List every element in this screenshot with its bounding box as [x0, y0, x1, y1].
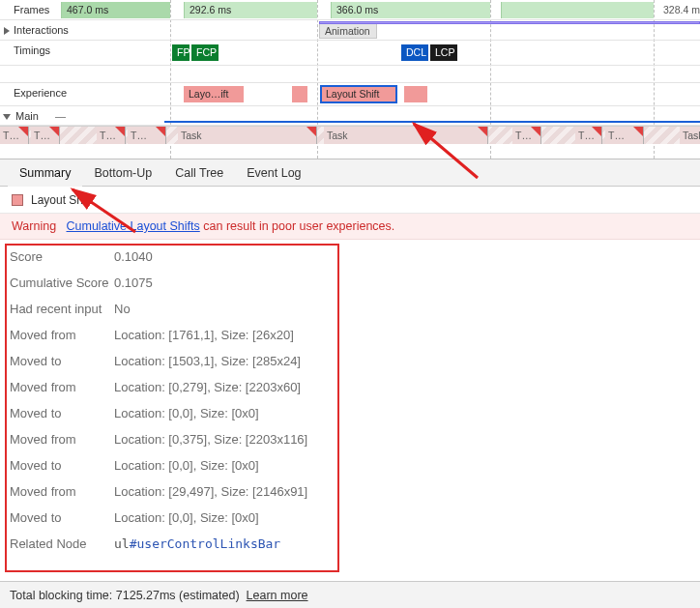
tab-bottom-up[interactable]: Bottom-Up: [82, 159, 163, 187]
task-chip[interactable]: T…: [605, 127, 644, 144]
warning-link[interactable]: Cumulative Layout Shifts: [67, 219, 200, 233]
detail-value: Location: [0,0], Size: [0x0]: [114, 458, 338, 473]
detail-key: Had recent input: [10, 302, 104, 316]
detail-value: 0.1040: [114, 249, 338, 264]
track-label: Timings: [14, 44, 50, 56]
task-chip[interactable]: T…: [512, 127, 541, 144]
selection-marker: [164, 121, 700, 123]
detail-value: 0.1075: [114, 275, 338, 290]
layout-shift-chip[interactable]: [404, 86, 427, 102]
task-chip[interactable]: T…: [97, 127, 126, 144]
task-chip[interactable]: Task: [178, 127, 317, 144]
track-main[interactable]: Main —: [0, 106, 700, 126]
tab-summary[interactable]: Summary: [8, 159, 82, 187]
layout-shift-chip-selected[interactable]: Layout Shift: [321, 86, 396, 102]
track-label: Experience: [14, 87, 67, 99]
main-dash: —: [55, 110, 66, 122]
frame-chip[interactable]: 292.6 ms: [184, 2, 317, 18]
track-spacer: [0, 66, 700, 83]
detail-value: Location: [0,0], Size: [0x0]: [114, 510, 338, 525]
task-chip[interactable]: T…: [128, 127, 166, 144]
details-panel: Score0.1040Cumulative Score0.1075Had rec…: [0, 240, 700, 551]
expand-icon[interactable]: [4, 27, 10, 35]
detail-value: Location: [0,279], Size: [2203x60]: [114, 380, 338, 394]
frame-chip[interactable]: 328.4 ms: [658, 2, 700, 18]
track-label: Interactions: [14, 24, 69, 36]
task-chip[interactable]: Task: [324, 127, 488, 144]
track-frames[interactable]: Frames 467.0 ms 292.6 ms 366.0 ms 328.4 …: [0, 0, 700, 20]
track-experience[interactable]: Experience Layo…ift Layout Shift: [0, 83, 700, 106]
flamechart[interactable]: Frames 467.0 ms 292.6 ms 366.0 ms 328.4 …: [0, 0, 700, 159]
detail-key: Moved to: [10, 458, 104, 473]
detail-value: Location: [0,375], Size: [2203x116]: [114, 432, 338, 447]
detail-key: Moved to: [10, 354, 104, 368]
detail-key: Score: [10, 249, 104, 264]
status-text: Total blocking time: 7125.27ms (estimate…: [10, 589, 240, 602]
detail-key: Related Node: [10, 536, 104, 551]
status-link[interactable]: Learn more: [247, 589, 308, 602]
summary-title: Layout Shift: [0, 187, 700, 214]
timing-dcl[interactable]: DCL: [401, 44, 428, 61]
detail-key: Cumulative Score: [10, 275, 104, 290]
detail-key: Moved from: [10, 328, 104, 342]
tab-event-log[interactable]: Event Log: [235, 159, 312, 187]
related-node[interactable]: ul#userControlLinksBar: [114, 536, 338, 551]
color-swatch: [12, 194, 23, 206]
detail-key: Moved to: [10, 510, 104, 525]
detail-value: Location: [0,0], Size: [0x0]: [114, 406, 338, 420]
task-track[interactable]: T… T… T… T… Task Task T… T… T… Task: [0, 126, 700, 144]
detail-key: Moved from: [10, 484, 104, 499]
layout-shift-chip[interactable]: Layo…ift: [184, 86, 244, 102]
detail-value: Location: [1503,1], Size: [285x24]: [114, 354, 338, 368]
track-label: Main: [15, 110, 39, 122]
detail-key: Moved to: [10, 406, 104, 420]
timing-lcp[interactable]: LCP: [430, 44, 457, 61]
detail-value: Location: [29,497], Size: [2146x91]: [114, 484, 338, 499]
warning-tail: can result in poor user experiences.: [200, 219, 395, 233]
details-tabs: Summary Bottom-Up Call Tree Event Log: [0, 159, 700, 187]
detail-key: Moved from: [10, 380, 104, 394]
interaction-span[interactable]: [319, 21, 700, 24]
frame-chip[interactable]: [501, 2, 654, 18]
frame-chip[interactable]: 467.0 ms: [61, 2, 170, 18]
detail-key: Moved from: [10, 432, 104, 447]
layout-shift-chip[interactable]: [292, 86, 307, 102]
task-chip[interactable]: T…: [31, 127, 60, 144]
task-chip[interactable]: T…: [0, 127, 29, 144]
summary-title-text: Layout Shift: [31, 193, 92, 207]
timing-fcp[interactable]: FCP: [191, 44, 219, 61]
status-bar: Total blocking time: 7125.27ms (estimate…: [0, 581, 700, 608]
task-chip[interactable]: Task: [680, 127, 700, 144]
timing-fp[interactable]: FP: [172, 44, 190, 61]
track-label: Frames: [14, 4, 49, 15]
track-timings[interactable]: Timings FP FCP DCL LCP: [0, 41, 700, 66]
frame-chip[interactable]: 366.0 ms: [331, 2, 490, 18]
tab-call-tree[interactable]: Call Tree: [163, 159, 235, 187]
interaction-chip[interactable]: Animation: [319, 22, 377, 39]
warning-label: Warning: [12, 219, 56, 233]
warning-strip: Warning Cumulative Layout Shifts can res…: [0, 214, 700, 240]
task-chip[interactable]: T…: [575, 127, 602, 144]
detail-value: No: [114, 302, 338, 316]
collapse-icon[interactable]: [3, 114, 11, 120]
detail-value: Location: [1761,1], Size: [26x20]: [114, 328, 338, 342]
